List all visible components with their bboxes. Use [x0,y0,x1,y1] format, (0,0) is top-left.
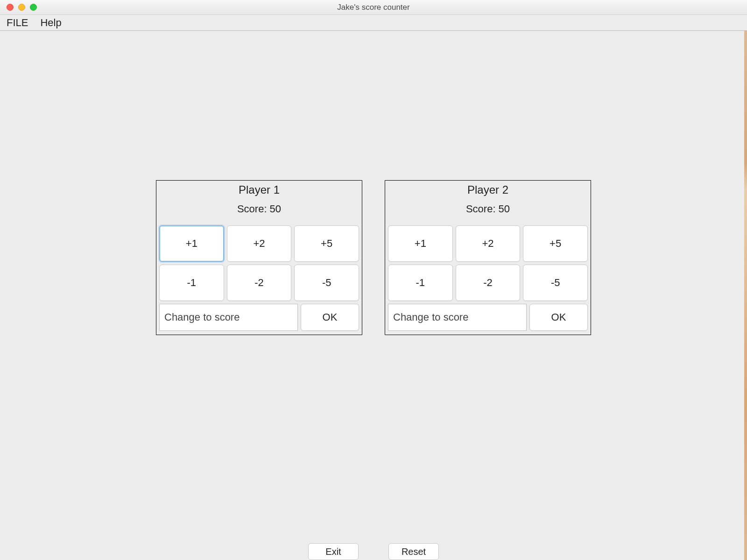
player1-plus1-button[interactable]: +1 [159,225,224,262]
window-titlebar: Jake's score counter [0,0,747,15]
player2-change-row: OK [385,304,591,331]
player2-plus5-button[interactable]: +5 [523,225,588,262]
player1-name: Player 1 [156,181,362,196]
right-edge-artifact [744,31,747,560]
minimize-icon[interactable] [18,4,25,11]
player1-plus2-button[interactable]: +2 [227,225,292,262]
close-icon[interactable] [7,4,14,11]
menu-help[interactable]: Help [40,17,61,29]
footer-button-row: Exit Reset [0,543,747,560]
window-title: Jake's score counter [0,3,747,12]
exit-button[interactable]: Exit [308,543,359,560]
menubar: FILE Help [0,15,747,31]
player2-minus1-button[interactable]: -1 [388,265,453,301]
content-area: Player 1 Score: 50 +1 +2 +5 -1 -2 -5 OK … [0,31,747,560]
player1-minus1-button[interactable]: -1 [159,265,224,301]
player1-plus5-button[interactable]: +5 [294,225,359,262]
player2-plus1-button[interactable]: +1 [388,225,453,262]
window-controls [0,4,37,11]
player2-change-input[interactable] [388,304,527,331]
player2-plus2-button[interactable]: +2 [456,225,521,262]
reset-button[interactable]: Reset [388,543,439,560]
player1-minus5-button[interactable]: -5 [294,265,359,301]
player1-change-input[interactable] [159,304,298,331]
player2-name: Player 2 [385,181,591,196]
player1-score: Score: 50 [156,196,362,225]
player2-button-grid: +1 +2 +5 -1 -2 -5 [385,225,591,304]
player2-score: Score: 50 [385,196,591,225]
player2-minus2-button[interactable]: -2 [456,265,521,301]
player1-minus2-button[interactable]: -2 [227,265,292,301]
maximize-icon[interactable] [30,4,37,11]
player-panel-2: Player 2 Score: 50 +1 +2 +5 -1 -2 -5 OK [385,180,591,335]
player2-ok-button[interactable]: OK [529,304,588,331]
player1-button-grid: +1 +2 +5 -1 -2 -5 [156,225,362,304]
players-row: Player 1 Score: 50 +1 +2 +5 -1 -2 -5 OK … [0,180,747,335]
player2-minus5-button[interactable]: -5 [523,265,588,301]
menu-file[interactable]: FILE [7,17,28,29]
player1-change-row: OK [156,304,362,331]
player-panel-1: Player 1 Score: 50 +1 +2 +5 -1 -2 -5 OK [156,180,362,335]
player1-ok-button[interactable]: OK [301,304,359,331]
